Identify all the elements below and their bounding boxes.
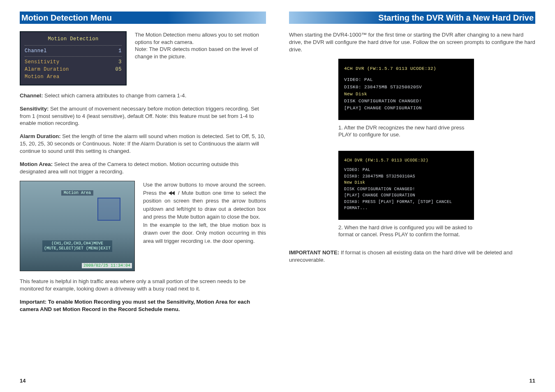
left-page: Motion Detection Menu Motion Detection C…	[0, 0, 278, 392]
sensitivity-paragraph: Sensitivity: Set the amount of movement …	[20, 105, 266, 127]
dvr-line: [PLAY] CHANGE CONFIGURATION	[344, 105, 468, 112]
dvr-line: [PLAY] CHANGE CONFIGURATION	[344, 192, 468, 199]
motion-area-text: Select the area of the Camera to detect …	[20, 161, 238, 175]
motion-detection-box	[97, 198, 120, 221]
osd-row-value: 05	[116, 66, 122, 73]
dvr-line: VIDEO: PAL	[344, 167, 468, 173]
example-paragraph: In the example to the left, the blue mot…	[143, 221, 266, 245]
dvr-line: VIDEO: PAL	[344, 76, 468, 83]
osd-row-value: 3	[118, 58, 122, 66]
intro-paragraph: The Motion Detection menu allows you to …	[135, 31, 266, 46]
important-paragraph: Important: To enable Motion Recording yo…	[20, 298, 266, 313]
right-page: Starting the DVR With a New Hard Drive W…	[278, 0, 555, 392]
dvr-boot-panel-1: 4CH DVR (FW:1.5.7 0113 UCODE:32) VIDEO: …	[338, 59, 474, 120]
motion-area-paragraph: Motion Area: Select the area of the Came…	[20, 161, 266, 175]
dvr-line: 4CH DVR (FW:1.5.7 0113 UCODE:32)	[344, 65, 468, 72]
sensitivity-text: Set the amount of movement necessary bef…	[20, 106, 259, 127]
dvr-line: New Disk	[344, 91, 468, 98]
dvr-line: DISK CONFIGURATION CHANGED!	[344, 98, 468, 105]
document-spread: Motion Detection Menu Motion Detection C…	[0, 0, 555, 392]
alarm-paragraph: Alarm Duration: Set the length of time t…	[20, 133, 266, 154]
important-note-label: IMPORTANT NOTE:	[289, 249, 339, 256]
right-heading: Starting the DVR With a New Hard Drive	[289, 12, 535, 24]
dvr-line: DISK CONFIGURATION CHANGED!	[344, 186, 468, 193]
dvr-line: DISK0: PRESS [PLAY] FORMAT, [STOP] CANCE…	[344, 199, 468, 205]
camera-top-label: Motion Area	[61, 190, 93, 196]
rewind-icon	[169, 191, 176, 195]
dvr-line: DISK0: 238475MB ST3250310AS	[344, 173, 468, 180]
osd-row-label: Channel	[25, 47, 47, 55]
channel-label: Channel:	[20, 92, 43, 99]
alarm-label: Alarm Duration:	[20, 133, 61, 139]
osd-title: Motion Detection	[25, 35, 122, 43]
left-heading: Motion Detection Menu	[20, 12, 266, 24]
right-intro: When starting the DVR4-1000™ for the fir…	[289, 31, 535, 53]
osd-row-label: Motion Area	[25, 73, 60, 81]
motion-area-label: Motion Area:	[20, 161, 53, 167]
important-note: IMPORTANT NOTE: If format is chosen all …	[289, 249, 535, 264]
camera-timestamp: 2009/02/25 11:34:04	[82, 263, 132, 268]
caption-2: 2. When the hard drive is configured you…	[338, 224, 478, 238]
page-number-right: 11	[530, 378, 535, 384]
camera-screenshot: Motion Area (CH1,CH2,CH3,CH4)MOVE (MUTE,…	[20, 181, 135, 271]
arrows-paragraph: Use the arrow buttons to move around the…	[143, 181, 266, 221]
sensitivity-label: Sensitivity:	[20, 106, 49, 112]
channel-text: Select which camera attributes to change…	[43, 92, 186, 99]
dvr-boot-panel-2: 4CH DVR (FW:1.5.7 0113 UCODE:32) VIDEO: …	[338, 151, 474, 220]
dvr-line: FORMAT...	[344, 205, 468, 212]
dvr-line: 4CH DVR (FW:1.5.7 0113 UCODE:32)	[344, 157, 468, 164]
helpful-paragraph: This feature is helpful in high traffic …	[20, 278, 266, 293]
osd-row-label: Alarm Duration	[25, 66, 69, 73]
osd-row-value: 1	[118, 47, 122, 55]
motion-detection-osd: Motion Detection Channel1 Sensitivity3 A…	[20, 31, 127, 85]
intro-note: Note: The DVR detects motion based on th…	[135, 46, 266, 60]
camera-hint-overlay: (CH1,CH2,CH3,CH4)MOVE (MUTE,SELECT)SET (…	[42, 240, 112, 252]
caption-1: 1. After the DVR recognizes the new hard…	[338, 124, 478, 138]
osd-row-label: Sensitivity	[25, 58, 60, 66]
channel-paragraph: Channel: Select which camera attributes …	[20, 92, 266, 99]
dvr-line: DISK0: 238475MB ST3250820SV	[344, 84, 468, 91]
dvr-line: New Disk	[344, 180, 468, 186]
page-number-left: 14	[20, 378, 25, 384]
